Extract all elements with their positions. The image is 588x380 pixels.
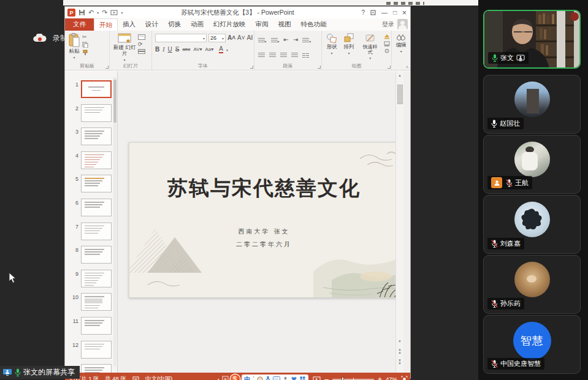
grow-font-icon[interactable]: A˄ [227, 35, 235, 41]
tab-design[interactable]: 设计 [140, 18, 163, 31]
zoom-slider-thumb[interactable] [342, 377, 344, 380]
sogou-logo-icon[interactable]: S [231, 374, 240, 380]
ime-person-icon[interactable] [283, 376, 288, 380]
new-slide-dropdown-icon[interactable]: ▾ [123, 58, 125, 62]
slide-thumbnail-10[interactable]: 10 [65, 293, 117, 311]
language-status[interactable]: 中文(中国) [145, 375, 172, 380]
thumbnail-preview[interactable] [81, 175, 112, 192]
strikethrough-button[interactable]: S [175, 47, 180, 53]
collapse-ribbon-icon[interactable]: ˄ [406, 65, 408, 69]
thumbnail-preview[interactable] [81, 151, 112, 169]
tab-file[interactable]: 文件 [65, 18, 94, 31]
clear-formatting-icon[interactable]: A𝄂 [247, 35, 253, 41]
slide-thumbnail-5[interactable]: 5 [65, 175, 117, 193]
bullets-icon[interactable]: ▾ [258, 34, 267, 45]
shape-fill-icon[interactable] [384, 34, 390, 39]
ime-toolbox-icon[interactable] [300, 376, 305, 380]
tab-review[interactable]: 审阅 [251, 18, 273, 31]
notes-icon[interactable] [132, 376, 139, 380]
justify-icon[interactable] [291, 53, 298, 58]
ribbon-display-options-icon[interactable] [370, 10, 376, 15]
help-button[interactable]: ? [361, 9, 365, 16]
thumbnail-preview[interactable] [81, 270, 112, 287]
tab-animations[interactable]: 动画 [186, 18, 208, 31]
character-spacing-button[interactable]: AV▾ [193, 47, 202, 52]
minimize-button[interactable]: — [381, 9, 388, 16]
ime-chinese-mode[interactable]: 中 [245, 375, 251, 380]
next-slide-button[interactable]: ▼▼ [396, 359, 403, 365]
slide-thumbnail-2[interactable]: 2 [65, 104, 117, 123]
font-color-button[interactable]: A [219, 46, 223, 53]
thumbnail-preview[interactable] [81, 222, 112, 240]
participant-tile-wanghang[interactable]: 王航 [483, 135, 581, 194]
thumbnail-preview[interactable] [81, 317, 112, 335]
slide-thumbnail-6[interactable]: 6 [65, 199, 117, 217]
tab-home[interactable]: 开始 [94, 18, 118, 31]
slide-thumbnail-8[interactable]: 8 [65, 246, 117, 264]
italic-button[interactable]: I [162, 47, 164, 53]
font-size-combobox[interactable]: 26▾ [208, 34, 226, 42]
sign-in-link[interactable]: 登录 [382, 20, 394, 29]
screen-share-indicator[interactable]: 张文的屏幕共享 [0, 366, 80, 379]
shapes-button[interactable]: 形状 ▾ [324, 32, 339, 61]
cut-icon[interactable]: ✂ [82, 34, 88, 40]
canvas-scrollbar[interactable]: ▲ ▼ ▲▲ ▼▼ [395, 71, 403, 373]
paste-dropdown-icon[interactable]: ▾ [73, 55, 75, 59]
clipboard-dialog-launcher[interactable] [105, 66, 109, 69]
ime-punctuation[interactable]: ’ [253, 376, 254, 380]
thumbnail-preview[interactable] [81, 127, 112, 145]
reset-slide-icon[interactable]: ⟳ [138, 42, 145, 47]
participant-tile-zhihui[interactable]: 智慧 中国史唐智慧 [483, 315, 581, 374]
section-icon[interactable] [138, 49, 145, 54]
thumbnail-preview[interactable] [81, 341, 112, 359]
font-dialog-launcher[interactable] [250, 66, 253, 69]
fit-slide-to-window-icon[interactable] [401, 376, 408, 380]
align-right-icon[interactable] [280, 53, 287, 58]
zoom-percentage[interactable]: 47% [386, 376, 397, 380]
copy-icon[interactable] [82, 42, 88, 48]
slide-thumbnail-7[interactable]: 7 [65, 222, 117, 241]
format-painter-icon[interactable] [82, 50, 88, 56]
paste-button[interactable]: 粘贴 ▾ [66, 32, 82, 60]
slide-thumbnail-1[interactable]: 1 [65, 80, 117, 99]
ime-voice-icon[interactable] [265, 376, 270, 380]
editing-button[interactable]: 编辑 ▾ [393, 32, 409, 54]
thumbnail-preview[interactable] [81, 293, 112, 311]
current-slide[interactable]: 苏轼与宋代慈善文化 西南大学 张文 二零二零年六月 [129, 142, 399, 298]
slide-thumbnail-12[interactable]: 12 [65, 341, 117, 359]
slide-thumbnail-panel[interactable]: 12345678910111213 [65, 71, 118, 373]
quick-styles-button[interactable]: 快速样式 ▾ [359, 32, 381, 61]
tab-special-features[interactable]: 特色功能 [296, 18, 332, 31]
tab-transitions[interactable]: 切换 [163, 18, 186, 31]
zoom-out-button[interactable]: – [324, 375, 329, 380]
tray-icon-1[interactable]: ▴ [217, 376, 220, 380]
close-button[interactable]: × [402, 9, 407, 17]
ime-keyboard-icon[interactable] [273, 376, 280, 380]
font-name-combobox[interactable]: ▾ [155, 34, 207, 42]
drawing-dialog-launcher[interactable] [388, 66, 391, 69]
shape-effects-icon[interactable] [384, 48, 390, 54]
tab-slideshow[interactable]: 幻灯片放映 [208, 18, 251, 31]
text-shadow-button[interactable]: abc [183, 47, 191, 52]
increase-indent-icon[interactable]: ⇥ [293, 37, 298, 43]
participant-tile-liusenjia[interactable]: 刘森嘉 [483, 195, 581, 254]
slide-thumbnail-9[interactable]: 9 [65, 270, 117, 288]
line-spacing-icon[interactable]: ▾ [302, 34, 311, 45]
decrease-indent-icon[interactable]: ⇤ [284, 37, 289, 43]
thumbnail-preview[interactable] [81, 364, 112, 373]
scroll-down-icon[interactable]: ▼ [396, 338, 403, 344]
thumbnail-preview[interactable] [81, 246, 112, 264]
thumbnail-preview[interactable] [81, 199, 112, 216]
scroll-up-icon[interactable]: ▲ [396, 72, 403, 78]
align-center-icon[interactable] [269, 53, 276, 58]
previous-slide-button[interactable]: ▲▲ [396, 348, 403, 354]
zoom-in-button[interactable]: + [378, 375, 382, 380]
thumbnail-preview[interactable] [81, 80, 112, 98]
arrange-button[interactable]: 排列 ▾ [342, 32, 356, 61]
align-left-icon[interactable] [258, 53, 265, 58]
ime-skin-icon[interactable] [291, 376, 297, 380]
account-avatar[interactable] [397, 19, 408, 29]
columns-icon[interactable] [302, 50, 309, 61]
slideshow-view-icon[interactable] [313, 376, 321, 380]
change-case-button[interactable]: Aa▾ [205, 47, 214, 52]
